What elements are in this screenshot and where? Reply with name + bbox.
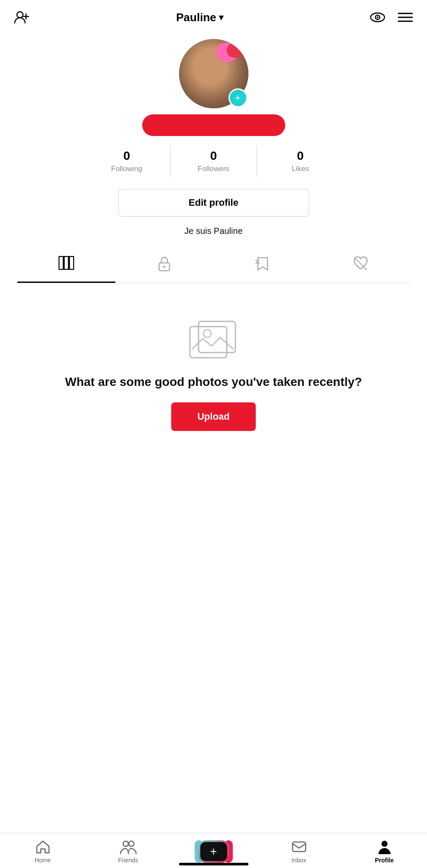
nav-label-home: Home (35, 857, 51, 864)
followers-stat[interactable]: 0 Followers (170, 146, 257, 177)
menu-button[interactable] (396, 10, 415, 25)
home-indicator (179, 863, 248, 865)
page-title[interactable]: Pauline ▾ (176, 11, 223, 24)
nav-item-home[interactable]: Home (26, 839, 60, 864)
heart-icon (353, 256, 368, 274)
inbox-icon (292, 839, 306, 854)
svg-rect-11 (69, 256, 74, 269)
following-label: Following (111, 165, 142, 173)
friends-icon (120, 839, 137, 854)
username-redacted-bar (142, 114, 285, 136)
followers-label: Followers (198, 165, 229, 173)
bio-text: Je suis Pauline (184, 226, 243, 236)
tab-liked[interactable] (312, 248, 410, 283)
create-plus-icon: + (200, 842, 227, 861)
lock-icon (158, 256, 171, 275)
nav-item-friends[interactable]: Friends (111, 839, 146, 864)
empty-state: What are some good photos you've taken r… (0, 283, 427, 448)
upload-button[interactable]: Upload (171, 402, 256, 431)
svg-point-0 (17, 12, 23, 18)
empty-state-message: What are some good photos you've taken r… (65, 373, 362, 390)
svg-point-5 (377, 16, 378, 18)
likes-stat[interactable]: 0 Likes (257, 146, 343, 177)
nav-item-inbox[interactable]: Inbox (282, 839, 316, 864)
svg-rect-9 (59, 256, 63, 269)
follow-add-button[interactable]: + (228, 88, 248, 107)
eye-button[interactable] (368, 9, 387, 26)
edit-profile-button[interactable]: Edit profile (118, 189, 309, 217)
tab-private[interactable] (115, 248, 213, 283)
likes-label: Likes (292, 165, 309, 173)
avatar-wrapper: + (179, 39, 248, 108)
svg-rect-10 (64, 256, 68, 269)
home-icon (36, 839, 50, 854)
likes-count: 0 (297, 149, 304, 163)
create-button[interactable]: + (198, 840, 229, 863)
svg-rect-22 (293, 842, 306, 852)
tab-saved[interactable] (214, 248, 312, 283)
svg-point-13 (163, 266, 166, 268)
stats-row: 0 Following 0 Followers 0 Likes (84, 146, 344, 177)
bookmark-icon (255, 256, 270, 275)
svg-point-20 (123, 841, 128, 846)
videos-grid-icon (59, 256, 74, 273)
nav-item-profile[interactable]: Profile (367, 839, 402, 864)
tab-videos[interactable] (17, 248, 115, 283)
profile-section: + 0 Following 0 Followers 0 Likes Edit p… (0, 35, 427, 283)
svg-point-23 (381, 841, 388, 847)
nav-item-add[interactable]: + (196, 840, 231, 863)
svg-point-19 (203, 330, 211, 337)
photos-empty-icon (188, 318, 240, 361)
following-count: 0 (123, 149, 130, 163)
content-tabs (17, 248, 410, 283)
top-navigation: Pauline ▾ (0, 0, 427, 35)
following-stat[interactable]: 0 Following (84, 146, 170, 177)
nav-label-friends: Friends (118, 857, 138, 864)
profile-nav-icon (377, 839, 392, 854)
svg-point-21 (129, 841, 134, 846)
nav-label-inbox: Inbox (291, 857, 306, 864)
followers-count: 0 (210, 149, 217, 163)
nav-label-profile: Profile (375, 857, 394, 864)
add-user-button[interactable] (12, 8, 31, 27)
chevron-down-icon: ▾ (219, 12, 223, 23)
